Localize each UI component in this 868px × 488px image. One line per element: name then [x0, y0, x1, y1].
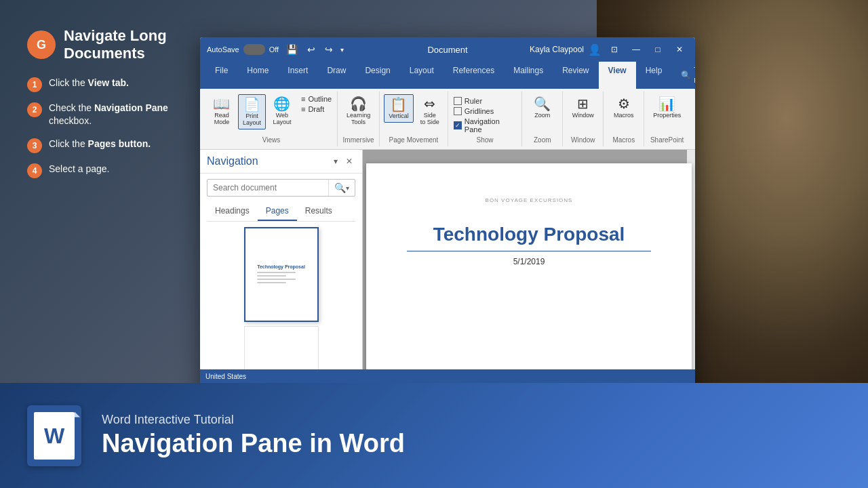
step-number-2: 2 [27, 102, 42, 117]
tab-file[interactable]: File [205, 62, 237, 89]
vertical-button[interactable]: 📋 Vertical [384, 94, 414, 123]
draft-button[interactable]: ≡ Draft [298, 104, 334, 114]
gridlines-checkbox-label[interactable]: Gridlines [454, 107, 516, 115]
step-2: 2 Check the Navigation Pane checkbox. [27, 102, 197, 128]
search-input[interactable] [208, 180, 328, 195]
undo-icon[interactable]: ↩ [305, 44, 317, 55]
zoom-label: Zoom [534, 134, 551, 144]
step-number-1: 1 [27, 77, 42, 92]
learning-tools-button[interactable]: 🎧 LearningTools [342, 94, 374, 128]
status-text: United States [205, 373, 246, 380]
tab-help[interactable]: Help [636, 62, 672, 89]
instruction-steps: 1 Click the View tab. 2 Check the Naviga… [27, 77, 197, 178]
instruction-header: G Navigate Long Documents [27, 27, 197, 63]
tab-mailings[interactable]: Mailings [504, 62, 553, 89]
web-layout-button[interactable]: 🌐 WebLayout [269, 94, 296, 128]
tab-home[interactable]: Home [237, 62, 278, 89]
zoom-icon: 🔍 [534, 97, 551, 110]
outline-draft-group: ≡ Outline ≡ Draft [298, 94, 334, 114]
gridlines-label: Gridlines [465, 107, 494, 115]
search-icon: 🔍 [334, 182, 346, 193]
step-text-2: Check the Navigation Pane checkbox. [49, 102, 197, 128]
step-text-1: Click the View tab. [49, 77, 129, 90]
resize-restore-icon[interactable]: ⊡ [606, 43, 623, 56]
tab-layout[interactable]: Layout [400, 62, 443, 89]
title-bar-left: AutoSave Off 💾 ↩ ↪ ▾ [207, 44, 427, 55]
tab-tell-me[interactable]: 🔍 Tell me [671, 62, 695, 89]
ribbon: File Home Insert Draw Design Layout Refe… [200, 62, 695, 150]
step-4: 4 Select a page. [27, 163, 197, 178]
side-to-side-button[interactable]: ⇔ Sideto Side [416, 94, 443, 128]
tab-insert[interactable]: Insert [278, 62, 317, 89]
immersive-buttons: 🎧 LearningTools [342, 94, 374, 134]
navigation-pane-checkbox[interactable]: ✓ [454, 121, 462, 129]
zoom-button[interactable]: 🔍 Zoom [529, 94, 556, 121]
gridlines-checkbox[interactable] [454, 107, 462, 115]
redo-icon[interactable]: ↪ [323, 44, 335, 55]
nav-pane-title: Navigation [207, 155, 258, 167]
page-thumb-lines [257, 272, 306, 285]
window-button[interactable]: ⊞ Window [568, 94, 598, 121]
tab-view[interactable]: View [599, 62, 636, 89]
step-1: 1 Click the View tab. [27, 77, 197, 92]
ruler-checkbox[interactable] [454, 97, 462, 105]
step-3: 3 Click the Pages button. [27, 138, 197, 153]
close-button[interactable]: ✕ [671, 43, 688, 56]
doc-title: Technology Proposal [407, 224, 651, 245]
navigation-pane: Navigation ▾ ✕ 🔍 ▾ Headings Pages Result… [200, 150, 363, 403]
outline-icon: ≡ [301, 95, 305, 103]
read-mode-button[interactable]: 📖 ReadMode [208, 94, 235, 128]
autosave-toggle[interactable] [243, 44, 265, 55]
tab-headings[interactable]: Headings [207, 202, 258, 221]
document-page: BON VOYAGE EXCURSIONS Technology Proposa… [366, 163, 692, 403]
nav-close-icon[interactable]: ✕ [343, 155, 355, 167]
ribbon-group-page-movement: 📋 Vertical ⇔ Sideto Side Page Movement [380, 92, 448, 146]
tab-draw[interactable]: Draw [317, 62, 355, 89]
tab-results[interactable]: Results [297, 202, 340, 221]
nav-tabs: Headings Pages Results [207, 202, 355, 222]
tab-review[interactable]: Review [553, 62, 598, 89]
navigation-pane-checkbox-label[interactable]: ✓ Navigation Pane [454, 117, 516, 134]
save-icon[interactable]: 💾 [284, 44, 300, 55]
thumb-line [257, 279, 296, 280]
search-button[interactable]: 🔍 ▾ [328, 180, 355, 196]
show-label: Show [477, 134, 494, 144]
minimize-button[interactable]: — [627, 43, 645, 56]
macros-button[interactable]: ⚙ Macros [610, 94, 638, 121]
quick-access-arrow[interactable]: ▾ [340, 46, 344, 54]
step-text-3: Click the Pages button. [49, 138, 151, 151]
autosave-area: AutoSave Off [207, 44, 279, 55]
print-layout-icon: 📄 [243, 98, 260, 111]
title-bar: AutoSave Off 💾 ↩ ↪ ▾ Document Kayla Clay… [200, 37, 695, 62]
instruction-title: Navigate Long Documents [64, 27, 197, 63]
tab-design[interactable]: Design [355, 62, 399, 89]
maximize-button[interactable]: □ [649, 43, 667, 56]
app-body: Navigation ▾ ✕ 🔍 ▾ Headings Pages Result… [200, 150, 695, 403]
user-icon: 👤 [588, 43, 601, 56]
gcf-logo: G [27, 30, 56, 59]
draft-icon: ≡ [301, 105, 305, 113]
ribbon-tab-bar: File Home Insert Draw Design Layout Refe… [200, 62, 695, 89]
instruction-panel: G Navigate Long Documents 1 Click the Vi… [27, 27, 197, 178]
navigation-pane-label: Navigation Pane [465, 117, 516, 134]
properties-icon: 📊 [658, 97, 675, 110]
tab-pages[interactable]: Pages [258, 202, 297, 221]
properties-button[interactable]: 📊 Properties [649, 94, 685, 121]
thumb-line [257, 282, 286, 283]
search-bar: 🔍 ▾ [207, 179, 355, 197]
step-text-4: Select a page. [49, 163, 110, 176]
outline-button[interactable]: ≡ Outline [298, 94, 334, 104]
word-letter: W [44, 425, 64, 447]
learning-tools-icon: 🎧 [350, 97, 367, 110]
nav-dropdown-icon[interactable]: ▾ [331, 155, 340, 167]
page-thumbnail-1[interactable]: Technology Proposal [244, 227, 319, 322]
footer-title: Navigation Pane in Word [102, 430, 405, 458]
read-mode-icon: 📖 [213, 97, 230, 110]
tab-references[interactable]: References [443, 62, 504, 89]
word-logo: W [27, 405, 81, 466]
ruler-checkbox-label[interactable]: Ruler [454, 97, 516, 105]
print-layout-button[interactable]: 📄 PrintLayout [238, 94, 266, 129]
doc-company-name: BON VOYAGE EXCURSIONS [407, 197, 651, 203]
autosave-label: AutoSave [207, 45, 239, 54]
views-label: Views [262, 134, 281, 144]
